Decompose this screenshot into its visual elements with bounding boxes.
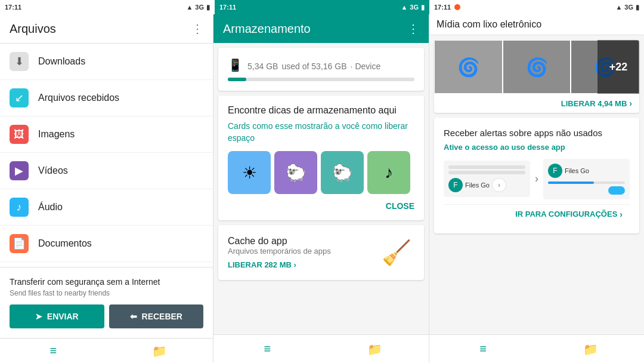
received-icon: ↙: [10, 88, 29, 107]
tips-img-2: 🐑: [274, 151, 317, 194]
p3-footer-list-icon[interactable]: ≡: [429, 335, 537, 363]
storage-card: 📱 5,34 GB used of 53,16 GB · Device: [218, 48, 424, 91]
panel-1-footer: ≡ 📁: [0, 338, 213, 363]
preview-line-2: [448, 171, 525, 174]
storage-bar-fill: [228, 78, 246, 81]
chevron-right-icon: ›: [294, 260, 296, 269]
videos-label: Vídeos: [38, 165, 68, 176]
time-left: 17:11: [5, 4, 21, 11]
p2-folder-icon: 📁: [367, 342, 382, 356]
files-go-icon-right: F: [548, 164, 562, 178]
signal-right: 3G: [624, 4, 633, 11]
panel-3-footer: ≡ 📁: [429, 334, 644, 363]
p3-footer-folder-icon[interactable]: 📁: [537, 335, 644, 363]
wifi-icon: ▲: [186, 4, 193, 11]
media-thumb-2: 🌀: [503, 41, 571, 93]
audio-label: Áudio: [38, 202, 63, 213]
nav-videos[interactable]: ▶ Vídeos: [0, 153, 213, 189]
arquivos-menu-button[interactable]: ⋮: [191, 21, 203, 36]
status-bar-right: 17:11 ▲ 3G ▮: [429, 0, 644, 14]
status-icons-right: ▲ 3G ▮: [615, 4, 639, 11]
audio-icon: ♪: [10, 198, 29, 217]
p2-footer-folder-icon[interactable]: 📁: [321, 335, 429, 363]
footer-list-icon[interactable]: ≡: [0, 339, 107, 363]
status-icons-center: ▲ 3G ▮: [401, 4, 425, 11]
p3-list-icon: ≡: [479, 342, 487, 356]
preview-bar-active: [548, 182, 594, 184]
nav-audio[interactable]: ♪ Áudio: [0, 189, 213, 226]
media-more-count: +22: [597, 40, 639, 94]
panel-2-header: Armazenamento ⋮: [213, 14, 429, 43]
signal-left: 3G: [195, 4, 204, 11]
armazenamento-menu-button[interactable]: ⋮: [407, 21, 419, 36]
tips-img-4: ♪: [367, 151, 410, 194]
tips-img-1: ☀: [228, 151, 271, 194]
media-images: 🌀 🌀 🌀 +22: [434, 40, 639, 94]
status-bar-center: 17:11 ▲ 3G ▮: [215, 0, 429, 14]
battery-icon-center: ▮: [421, 4, 425, 11]
p2-list-icon: ≡: [264, 342, 271, 356]
docs-label: Documentos: [38, 238, 92, 249]
chevron-right-alerts: ›: [620, 210, 623, 219]
media-liberar-button[interactable]: LIBERAR 4,94 MB ›: [434, 94, 639, 113]
preview-lines: [448, 165, 525, 174]
videos-icon: ▶: [10, 161, 29, 180]
status-bar-left: 17:11 ▲ 3G ▮: [0, 0, 215, 14]
chevron-right-media: ›: [629, 99, 632, 108]
status-icons-left: ▲ 3G ▮: [186, 4, 210, 11]
downloads-label: Downloads: [38, 56, 85, 67]
panel-1-header: Arquivos ⋮: [0, 14, 213, 44]
footer-folder-icon[interactable]: 📁: [107, 339, 213, 363]
alerts-link[interactable]: Ative o acesso ao uso desse app: [444, 143, 630, 152]
preview-left: F Files Go ›: [444, 161, 530, 197]
time-right: 17:11: [434, 4, 451, 11]
nav-documentos[interactable]: 📄 Documentos: [0, 226, 213, 262]
preview-right: F Files Go: [543, 159, 630, 199]
folder-icon: 📁: [152, 344, 167, 358]
toggle-row: [548, 186, 625, 195]
wifi-icon-center: ▲: [401, 4, 407, 11]
images-label: Imagens: [38, 129, 75, 140]
panel-2-footer: ≡ 📁: [213, 334, 429, 363]
send-arrow-icon: ➤: [35, 312, 42, 321]
tips-img-3: 🐑: [321, 151, 364, 194]
downloads-icon: ⬇: [10, 52, 29, 71]
device-icon: 📱: [228, 58, 243, 72]
list-icon: ≡: [49, 344, 57, 358]
storage-text: 5,34 GB used of 53,16 GB · Device: [247, 57, 380, 73]
cache-title: Cache do app: [228, 236, 379, 247]
nav-arquivos-recebidos[interactable]: ↙ Arquivos recebidos: [0, 80, 213, 116]
tips-card: Encontre dicas de armazenamento aqui Car…: [218, 96, 424, 220]
alerts-card: Receber alertas sobre apps não usados At…: [434, 118, 639, 233]
panel-3-header: Mídia com lixo eletrônico: [429, 14, 644, 35]
tips-subtitle: Cards como esse mostrarão a você como li…: [228, 121, 414, 144]
alerts-title: Receber alertas sobre apps não usados: [444, 127, 630, 139]
files-go-label-right: Files Go: [565, 167, 589, 174]
media-card: 🌀 🌀 🌀 +22 LIBERAR 4,94 MB ›: [434, 40, 639, 113]
preview-arrow[interactable]: ›: [492, 178, 506, 192]
send-label: ENVIAR: [47, 312, 79, 321]
nav-downloads[interactable]: ⬇ Downloads: [0, 44, 213, 80]
cache-subtitle: Arquivos temporários de apps: [228, 247, 379, 256]
status-bar: 17:11 ▲ 3G ▮ 17:11 ▲ 3G ▮ 17:11 ▲ 3G ▮: [0, 0, 644, 14]
preview-left-inner: F Files Go ›: [448, 165, 525, 192]
cache-liberar-button[interactable]: LIBERAR 282 MB ›: [228, 260, 379, 269]
p2-footer-list-icon[interactable]: ≡: [213, 335, 321, 363]
signal-center: 3G: [410, 4, 419, 11]
panel-right: Mídia com lixo eletrônico 🌀 🌀 🌀 +22 LIBE…: [429, 14, 644, 363]
nav-imagens[interactable]: 🖼 Imagens: [0, 116, 213, 153]
preview-right-inner: F Files Go: [548, 164, 625, 195]
files-go-label-left: Files Go: [465, 182, 490, 189]
wifi-icon-right: ▲: [615, 4, 622, 11]
arrow-separator: ›: [535, 173, 538, 185]
preview-bar: [548, 182, 625, 184]
panel-armazenamento: Armazenamento ⋮ 📱 5,34 GB used of 53,16 …: [213, 14, 429, 363]
send-button[interactable]: ➤ ENVIAR: [10, 304, 104, 328]
receive-button[interactable]: ⬅ RECEBER: [109, 304, 204, 328]
toggle-switch[interactable]: [608, 186, 625, 195]
docs-icon: 📄: [10, 234, 29, 253]
tips-close-button[interactable]: CLOSE: [228, 201, 414, 211]
tips-images: ☀ 🐑 🐑 ♪: [228, 151, 414, 194]
media-title: Mídia com lixo eletrônico: [436, 19, 541, 29]
ir-configuracoes-button[interactable]: IR PARA CONFIGURAÇÕES ›: [444, 204, 630, 224]
